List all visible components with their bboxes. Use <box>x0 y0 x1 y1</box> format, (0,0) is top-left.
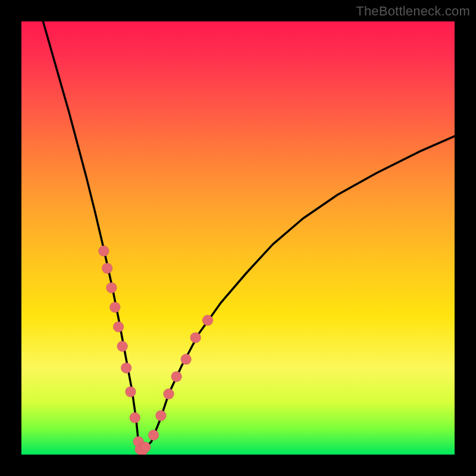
data-marker <box>181 354 192 365</box>
data-marker <box>98 246 109 256</box>
data-marker <box>148 430 159 440</box>
data-marker <box>125 386 136 397</box>
data-marker <box>171 371 182 382</box>
data-marker <box>121 362 131 373</box>
watermark-label: TheBottleneck.com <box>356 4 470 19</box>
data-markers <box>98 246 213 455</box>
data-marker <box>202 315 213 325</box>
chart-svg <box>21 21 455 455</box>
chart-frame: TheBottleneck.com <box>0 0 476 476</box>
data-marker <box>155 410 166 421</box>
data-marker <box>109 302 120 312</box>
data-marker <box>102 263 112 274</box>
data-marker <box>117 341 128 352</box>
data-marker <box>190 332 201 343</box>
data-marker <box>113 321 124 332</box>
data-marker <box>106 283 117 293</box>
data-marker <box>140 442 151 453</box>
plot-area <box>21 21 455 455</box>
data-marker <box>164 389 174 399</box>
bottleneck-curve <box>43 21 455 450</box>
data-marker <box>130 412 140 423</box>
